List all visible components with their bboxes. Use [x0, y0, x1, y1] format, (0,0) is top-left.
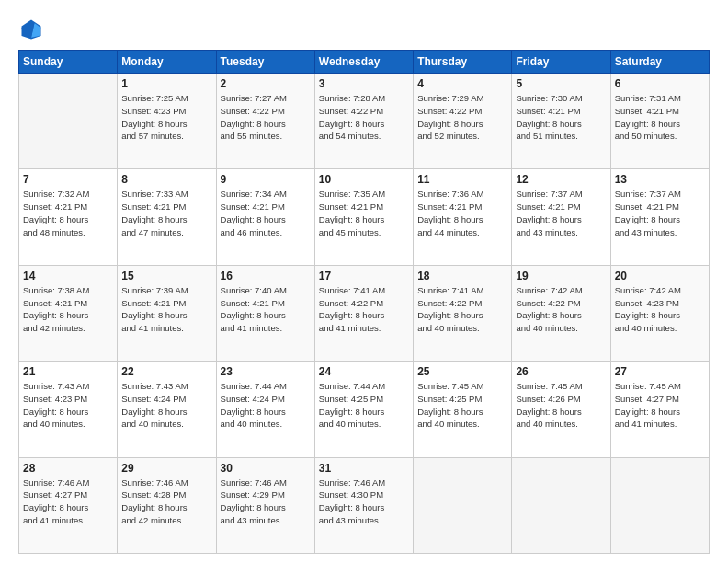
calendar-cell: [610, 457, 709, 553]
calendar: SundayMondayTuesdayWednesdayThursdayFrid…: [18, 50, 710, 554]
day-info: Sunrise: 7:38 AM Sunset: 4:21 PM Dayligh…: [23, 284, 113, 335]
logo-icon: [18, 17, 44, 42]
day-number: 5: [516, 77, 606, 90]
calendar-cell: [19, 74, 118, 169]
day-info: Sunrise: 7:30 AM Sunset: 4:21 PM Dayligh…: [516, 92, 606, 143]
calendar-cell: 13Sunrise: 7:37 AM Sunset: 4:21 PM Dayli…: [610, 169, 709, 265]
day-number: 13: [615, 173, 705, 186]
day-info: Sunrise: 7:46 AM Sunset: 4:30 PM Dayligh…: [319, 477, 409, 527]
calendar-cell: 28Sunrise: 7:46 AM Sunset: 4:27 PM Dayli…: [19, 457, 118, 553]
day-number: 20: [615, 270, 705, 282]
weekday-header: Tuesday: [216, 51, 314, 74]
day-number: 25: [417, 365, 507, 378]
day-info: Sunrise: 7:46 AM Sunset: 4:27 PM Dayligh…: [23, 477, 113, 527]
day-number: 7: [23, 173, 113, 186]
day-info: Sunrise: 7:45 AM Sunset: 4:26 PM Dayligh…: [516, 380, 606, 431]
day-number: 24: [319, 365, 409, 378]
day-info: Sunrise: 7:41 AM Sunset: 4:22 PM Dayligh…: [319, 284, 409, 335]
day-info: Sunrise: 7:44 AM Sunset: 4:25 PM Dayligh…: [319, 380, 409, 431]
day-info: Sunrise: 7:35 AM Sunset: 4:21 PM Dayligh…: [319, 188, 409, 238]
day-number: 23: [221, 365, 311, 378]
weekday-row: SundayMondayTuesdayWednesdayThursdayFrid…: [19, 51, 710, 74]
calendar-cell: [414, 457, 512, 553]
calendar-cell: 7Sunrise: 7:32 AM Sunset: 4:21 PM Daylig…: [19, 169, 118, 265]
day-info: Sunrise: 7:36 AM Sunset: 4:21 PM Dayligh…: [417, 188, 507, 238]
day-info: Sunrise: 7:37 AM Sunset: 4:21 PM Dayligh…: [615, 188, 705, 238]
day-info: Sunrise: 7:42 AM Sunset: 4:23 PM Dayligh…: [615, 284, 705, 335]
day-info: Sunrise: 7:28 AM Sunset: 4:22 PM Dayligh…: [319, 92, 409, 143]
calendar-cell: 21Sunrise: 7:43 AM Sunset: 4:23 PM Dayli…: [19, 362, 118, 457]
day-number: 27: [615, 365, 705, 378]
calendar-cell: 18Sunrise: 7:41 AM Sunset: 4:22 PM Dayli…: [414, 265, 512, 361]
day-number: 16: [221, 270, 311, 282]
day-info: Sunrise: 7:37 AM Sunset: 4:21 PM Dayligh…: [516, 188, 606, 238]
calendar-cell: 6Sunrise: 7:31 AM Sunset: 4:21 PM Daylig…: [610, 74, 709, 169]
day-info: Sunrise: 7:29 AM Sunset: 4:22 PM Dayligh…: [417, 92, 507, 143]
calendar-cell: 23Sunrise: 7:44 AM Sunset: 4:24 PM Dayli…: [216, 362, 314, 457]
day-info: Sunrise: 7:31 AM Sunset: 4:21 PM Dayligh…: [615, 92, 705, 143]
calendar-cell: 2Sunrise: 7:27 AM Sunset: 4:22 PM Daylig…: [216, 74, 314, 169]
day-info: Sunrise: 7:44 AM Sunset: 4:24 PM Dayligh…: [221, 380, 311, 431]
day-info: Sunrise: 7:45 AM Sunset: 4:25 PM Dayligh…: [417, 380, 507, 431]
calendar-cell: 15Sunrise: 7:39 AM Sunset: 4:21 PM Dayli…: [118, 265, 216, 361]
calendar-cell: 4Sunrise: 7:29 AM Sunset: 4:22 PM Daylig…: [414, 74, 512, 169]
day-info: Sunrise: 7:33 AM Sunset: 4:21 PM Dayligh…: [121, 188, 211, 238]
day-info: Sunrise: 7:39 AM Sunset: 4:21 PM Dayligh…: [121, 284, 211, 335]
day-number: 26: [516, 365, 606, 378]
calendar-cell: 20Sunrise: 7:42 AM Sunset: 4:23 PM Dayli…: [610, 265, 709, 361]
page: SundayMondayTuesdayWednesdayThursdayFrid…: [0, 0, 728, 563]
weekday-header: Monday: [118, 51, 216, 74]
header: [18, 17, 710, 42]
day-info: Sunrise: 7:43 AM Sunset: 4:23 PM Dayligh…: [23, 380, 113, 431]
calendar-cell: [512, 457, 610, 553]
day-info: Sunrise: 7:43 AM Sunset: 4:24 PM Dayligh…: [121, 380, 211, 431]
calendar-body: 1Sunrise: 7:25 AM Sunset: 4:23 PM Daylig…: [19, 74, 710, 554]
day-info: Sunrise: 7:45 AM Sunset: 4:27 PM Dayligh…: [615, 380, 705, 431]
day-number: 17: [319, 270, 409, 282]
day-number: 9: [221, 173, 311, 186]
day-number: 22: [121, 365, 211, 378]
day-number: 15: [121, 270, 211, 282]
calendar-header: SundayMondayTuesdayWednesdayThursdayFrid…: [19, 51, 710, 74]
logo: [18, 17, 48, 42]
day-number: 30: [221, 462, 311, 475]
calendar-cell: 19Sunrise: 7:42 AM Sunset: 4:22 PM Dayli…: [512, 265, 610, 361]
day-info: Sunrise: 7:41 AM Sunset: 4:22 PM Dayligh…: [417, 284, 507, 335]
day-number: 28: [23, 462, 113, 475]
calendar-cell: 29Sunrise: 7:46 AM Sunset: 4:28 PM Dayli…: [118, 457, 216, 553]
calendar-cell: 24Sunrise: 7:44 AM Sunset: 4:25 PM Dayli…: [314, 362, 413, 457]
day-number: 10: [319, 173, 409, 186]
day-number: 18: [417, 270, 507, 282]
calendar-cell: 10Sunrise: 7:35 AM Sunset: 4:21 PM Dayli…: [314, 169, 413, 265]
calendar-cell: 27Sunrise: 7:45 AM Sunset: 4:27 PM Dayli…: [610, 362, 709, 457]
day-info: Sunrise: 7:32 AM Sunset: 4:21 PM Dayligh…: [23, 188, 113, 238]
weekday-header: Sunday: [19, 51, 118, 74]
day-info: Sunrise: 7:42 AM Sunset: 4:22 PM Dayligh…: [516, 284, 606, 335]
day-number: 21: [23, 365, 113, 378]
day-number: 1: [121, 77, 211, 90]
day-number: 31: [319, 462, 409, 475]
weekday-header: Friday: [512, 51, 610, 74]
calendar-cell: 14Sunrise: 7:38 AM Sunset: 4:21 PM Dayli…: [19, 265, 118, 361]
weekday-header: Saturday: [610, 51, 709, 74]
calendar-cell: 22Sunrise: 7:43 AM Sunset: 4:24 PM Dayli…: [118, 362, 216, 457]
day-number: 29: [121, 462, 211, 475]
calendar-cell: 12Sunrise: 7:37 AM Sunset: 4:21 PM Dayli…: [512, 169, 610, 265]
day-number: 6: [615, 77, 705, 90]
day-info: Sunrise: 7:27 AM Sunset: 4:22 PM Dayligh…: [221, 92, 311, 143]
weekday-header: Wednesday: [314, 51, 413, 74]
calendar-cell: 1Sunrise: 7:25 AM Sunset: 4:23 PM Daylig…: [118, 74, 216, 169]
day-number: 2: [221, 77, 311, 90]
day-info: Sunrise: 7:34 AM Sunset: 4:21 PM Dayligh…: [221, 188, 311, 238]
day-number: 12: [516, 173, 606, 186]
calendar-cell: 9Sunrise: 7:34 AM Sunset: 4:21 PM Daylig…: [216, 169, 314, 265]
calendar-cell: 17Sunrise: 7:41 AM Sunset: 4:22 PM Dayli…: [314, 265, 413, 361]
day-number: 8: [121, 173, 211, 186]
weekday-header: Thursday: [414, 51, 512, 74]
calendar-cell: 11Sunrise: 7:36 AM Sunset: 4:21 PM Dayli…: [414, 169, 512, 265]
day-number: 14: [23, 270, 113, 282]
day-number: 19: [516, 270, 606, 282]
day-info: Sunrise: 7:46 AM Sunset: 4:29 PM Dayligh…: [221, 477, 311, 527]
day-number: 11: [417, 173, 507, 186]
calendar-cell: 16Sunrise: 7:40 AM Sunset: 4:21 PM Dayli…: [216, 265, 314, 361]
